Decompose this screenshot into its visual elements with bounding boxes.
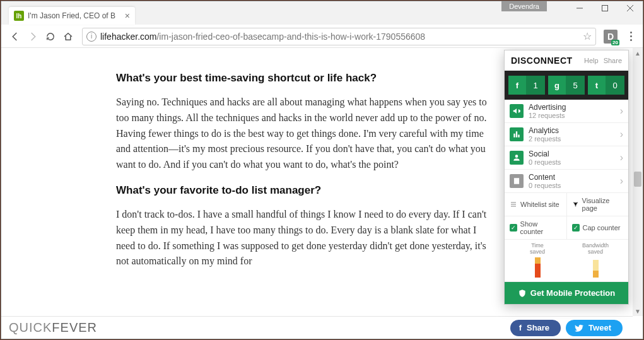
chevron-right-icon: › xyxy=(620,105,623,117)
share-buttons: f Share Tweet xyxy=(510,320,623,336)
chevron-right-icon: › xyxy=(620,175,623,187)
option-label: Show counter xyxy=(520,220,561,235)
category-label: Analytics xyxy=(529,126,561,135)
category-social[interactable]: Social0 requests › xyxy=(505,146,628,170)
document-icon xyxy=(510,174,524,188)
vertical-scrollbar[interactable]: ▲ ▼ xyxy=(633,48,643,316)
bandwidth-saved-stat: Bandwidth saved xyxy=(566,242,624,278)
scroll-up-arrow[interactable]: ▲ xyxy=(633,48,643,58)
panel-options: ✓ Show counter ✓ Cap counter xyxy=(505,216,628,240)
stat-label: Time saved xyxy=(508,242,566,255)
category-content[interactable]: Content0 requests › xyxy=(505,170,628,193)
panel-arrow xyxy=(607,48,619,57)
google-icon: g xyxy=(548,76,566,95)
close-icon[interactable]: × xyxy=(125,11,130,21)
whitelist-site-button[interactable]: Whitelist site xyxy=(505,193,566,216)
twitter-icon xyxy=(575,324,583,332)
browser-window: lh I'm Jason Fried, CEO of B × Devendra … xyxy=(1,1,643,339)
counter-facebook[interactable]: f 1 xyxy=(508,76,545,95)
back-button[interactable] xyxy=(6,28,24,45)
checkbox-checked-icon: ✓ xyxy=(572,224,580,232)
chevron-right-icon: › xyxy=(620,152,623,163)
megaphone-icon xyxy=(510,104,524,118)
tweet-label: Tweet xyxy=(588,323,611,332)
stat-bar xyxy=(593,260,599,278)
panel-tools: Whitelist site Visualize page xyxy=(505,193,628,216)
panel-help-link[interactable]: Help xyxy=(584,57,599,64)
paragraph: Saying no. Techniques and hacks are all … xyxy=(116,95,487,173)
category-label: Content xyxy=(529,173,561,182)
category-advertising[interactable]: Advertising12 requests › xyxy=(505,100,628,123)
person-icon xyxy=(510,151,524,165)
category-label: Advertising xyxy=(529,103,566,112)
get-mobile-protection-button[interactable]: Get Mobile Protection xyxy=(505,282,628,304)
chrome-menu-button[interactable] xyxy=(624,32,638,41)
site-info-icon[interactable]: i xyxy=(86,32,97,42)
facebook-share-button[interactable]: f Share xyxy=(510,320,561,336)
window-close-button[interactable] xyxy=(618,1,643,15)
counter-value: 1 xyxy=(526,76,545,95)
option-label: Cap counter xyxy=(583,224,621,232)
browser-toolbar: i lifehacker.com/im-jason-fried-ceo-of-b… xyxy=(1,25,643,48)
twitter-tweet-button[interactable]: Tweet xyxy=(566,320,623,336)
site-logo[interactable]: QUICKFEVER xyxy=(9,320,97,335)
stat-label: Bandwidth saved xyxy=(566,242,624,255)
extension-badge: 20 xyxy=(611,40,619,45)
address-bar[interactable]: i lifehacker.com/im-jason-fried-ceo-of-b… xyxy=(82,28,596,45)
disconnect-extension-icon[interactable]: D 20 xyxy=(604,30,618,44)
heading-shortcut: What's your best time-saving shortcut or… xyxy=(116,72,487,85)
facebook-icon: f xyxy=(508,76,526,95)
tab-favicon: lh xyxy=(14,11,24,21)
window-titlebar: lh I'm Jason Fried, CEO of B × Devendra xyxy=(1,1,643,25)
url-text: lifehacker.com/im-jason-fried-ceo-of-bas… xyxy=(100,32,579,42)
panel-categories: Advertising12 requests › Analytics2 requ… xyxy=(505,100,628,193)
tab-title: I'm Jason Fried, CEO of B xyxy=(28,11,122,20)
panel-counters: f 1 g 5 t 0 xyxy=(505,71,628,100)
chevron-right-icon: › xyxy=(620,129,623,140)
share-label: Share xyxy=(527,323,549,332)
tool-label: Whitelist site xyxy=(520,201,559,208)
category-sub: 2 requests xyxy=(529,135,561,143)
bookmark-star-icon[interactable]: ☆ xyxy=(583,30,592,42)
window-minimize-button[interactable] xyxy=(567,1,592,15)
counter-value: 0 xyxy=(606,76,624,95)
graph-icon xyxy=(572,201,579,208)
chart-icon xyxy=(510,127,524,141)
twitter-icon: t xyxy=(588,76,606,95)
content-viewport: What's your best time-saving shortcut or… xyxy=(1,48,643,339)
user-badge[interactable]: Devendra xyxy=(501,1,547,11)
heading-todo: What's your favorite to-do list manager? xyxy=(116,184,487,197)
list-icon xyxy=(510,201,517,208)
category-analytics[interactable]: Analytics2 requests › xyxy=(505,123,628,146)
shield-icon xyxy=(518,289,527,298)
cap-counter-checkbox[interactable]: ✓ Cap counter xyxy=(566,216,629,239)
show-counter-checkbox[interactable]: ✓ Show counter xyxy=(505,216,566,239)
visualize-page-button[interactable]: Visualize page xyxy=(566,193,629,216)
window-maximize-button[interactable] xyxy=(592,1,618,15)
facebook-icon: f xyxy=(519,323,522,332)
cta-label: Get Mobile Protection xyxy=(530,288,615,298)
forward-button[interactable] xyxy=(24,28,42,45)
panel-brand: DISCONNECT xyxy=(511,56,573,66)
counter-twitter[interactable]: t 0 xyxy=(588,76,624,95)
home-button[interactable] xyxy=(59,28,77,45)
panel-stats: Time saved Bandwidth saved xyxy=(505,240,628,282)
scroll-down-arrow[interactable]: ▼ xyxy=(633,306,643,316)
stat-bar xyxy=(535,257,541,278)
category-label: Social xyxy=(529,149,561,158)
checkbox-checked-icon: ✓ xyxy=(510,224,517,232)
category-sub: 12 requests xyxy=(529,112,566,119)
category-sub: 0 requests xyxy=(529,182,561,189)
reload-button[interactable] xyxy=(42,28,59,45)
page-footer: QUICKFEVER f Share Tweet xyxy=(1,316,633,339)
disconnect-panel: DISCONNECT Help Share f 1 g 5 t 0 xyxy=(504,50,629,305)
counter-google[interactable]: g 5 xyxy=(548,76,585,95)
paragraph: I don't track to-dos. I have a small han… xyxy=(116,207,487,269)
browser-tab[interactable]: lh I'm Jason Fried, CEO of B × xyxy=(9,7,135,25)
tool-label: Visualize page xyxy=(582,197,623,212)
time-saved-stat: Time saved xyxy=(508,242,566,278)
article: What's your best time-saving shortcut or… xyxy=(1,48,512,293)
category-sub: 0 requests xyxy=(529,158,561,166)
scroll-thumb[interactable] xyxy=(634,172,641,187)
panel-share-link[interactable]: Share xyxy=(604,57,622,64)
